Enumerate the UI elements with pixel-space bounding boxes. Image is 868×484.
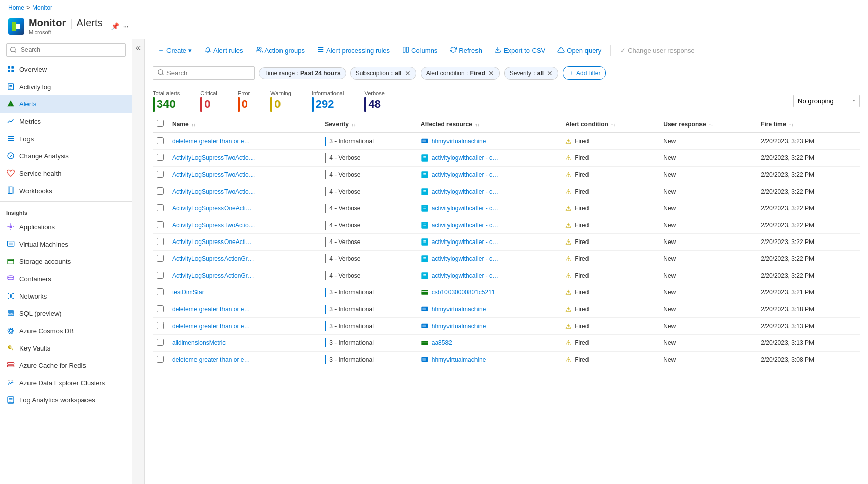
sidebar-item-activity-log[interactable]: Activity log [0,78,132,95]
sidebar-item-workbooks[interactable]: Workbooks [0,182,132,199]
alert-name-link[interactable]: deleteme greater than or e… [172,138,250,145]
sidebar-item-storage-accounts[interactable]: Storage accounts [0,253,132,270]
alert-processing-rules-button[interactable]: Alert processing rules [312,44,395,58]
resource-link[interactable]: hhmyvirtualmachine [432,322,486,330]
user-response-value: New [663,154,676,162]
row-checkbox[interactable] [157,238,164,245]
resource-link[interactable]: activitylogwithcaller - c… [432,238,498,246]
resource-link[interactable]: activitylogwithcaller - c… [432,205,498,212]
create-button[interactable]: ＋ Create ▾ [153,43,197,58]
more-icon[interactable]: ··· [123,22,129,30]
resource-link[interactable]: csb10030000801c5211 [432,289,495,296]
severity-filter[interactable]: Severity : all ✕ [504,67,558,80]
search-filter[interactable] [153,66,255,80]
resource-link[interactable]: activitylogwithcaller - c… [432,171,498,178]
warning-icon: ⚠ [565,255,572,263]
row-checkbox[interactable] [157,204,164,211]
pin-icon[interactable]: 📌 [111,22,119,30]
row-checkbox[interactable] [157,305,164,312]
sidebar-item-metrics[interactable]: Metrics [0,113,132,130]
col-condition[interactable]: Alert condition ↑↓ [561,116,659,133]
row-checkbox[interactable] [157,356,164,363]
sidebar-item-key-vaults[interactable]: Key Vaults [0,339,132,357]
sidebar-item-sql[interactable]: SQL SQL (preview) [0,305,132,322]
add-filter-button[interactable]: ＋ Add filter [563,66,606,80]
col-resource[interactable]: Affected resource ↑↓ [416,116,561,133]
svg-rect-51 [422,140,426,142]
sidebar-item-networks[interactable]: Networks [0,287,132,305]
resource-link[interactable]: hhmyvirtualmachine [432,306,486,313]
action-groups-button[interactable]: Action groups [250,44,311,58]
alert-name-link[interactable]: deleteme greater than or e… [172,322,250,330]
resource-link[interactable]: activitylogwithcaller - c… [432,154,498,162]
sidebar-item-alerts[interactable]: ! Alerts [0,95,132,113]
alert-name-link[interactable]: ActivityLogSupressActionGr… [172,272,254,279]
subscription-filter-close[interactable]: ✕ [405,69,411,77]
alert-condition-filter[interactable]: Alert condition : Fired ✕ [421,67,500,80]
severity-label: 4 - Verbose [329,222,360,229]
sidebar-item-applications[interactable]: Applications [0,218,132,235]
sidebar-item-service-health[interactable]: Service health [0,165,132,182]
row-checkbox[interactable] [157,221,164,228]
alert-name-link[interactable]: ActivityLogSupressActionGr… [172,255,254,262]
select-all-header[interactable] [153,116,168,133]
sidebar-item-containers[interactable]: Containers [0,270,132,287]
alert-name-link[interactable]: alldimensionsMetric [172,339,226,346]
resource-link[interactable]: activitylogwithcaller - c… [432,255,498,262]
subscription-filter[interactable]: Subscription : all ✕ [350,67,416,80]
col-fire-time[interactable]: Fire time ↑↓ [757,116,860,133]
alert-condition-filter-close[interactable]: ✕ [488,69,494,77]
sidebar-item-data-explorer[interactable]: Azure Data Explorer Clusters [0,374,132,391]
resource-link[interactable]: activitylogwithcaller - c… [432,272,498,279]
row-checkbox[interactable] [157,322,164,329]
resource-link[interactable]: hhmyvirtualmachine [432,356,486,363]
severity-filter-close[interactable]: ✕ [547,69,553,77]
row-checkbox[interactable] [157,154,164,161]
col-user-response[interactable]: User response ↑↓ [659,116,757,133]
resource-link[interactable]: aa8582 [432,339,452,346]
breadcrumb-home[interactable]: Home [8,4,24,11]
sidebar-collapse-button[interactable]: « [132,39,145,484]
sidebar-item-logs[interactable]: Logs [0,130,132,147]
row-checkbox[interactable] [157,288,164,295]
col-severity[interactable]: Severity ↑↓ [321,116,416,133]
resource-link[interactable]: activitylogwithcaller - c… [432,188,498,195]
alert-name-link[interactable]: ActivityLogSupressTwoActio… [172,188,255,195]
row-checkbox[interactable] [157,171,164,178]
open-query-button[interactable]: Open query [552,44,606,58]
row-checkbox[interactable] [157,187,164,195]
resource-link[interactable]: activitylogwithcaller - c… [432,222,498,229]
alert-name-link[interactable]: ActivityLogSupressTwoActio… [172,154,255,162]
row-checkbox[interactable] [157,339,164,346]
sidebar-item-virtual-machines[interactable]: Virtual Machines [0,235,132,253]
col-name[interactable]: Name ↑↓ [168,116,321,133]
refresh-button[interactable]: Refresh [444,44,487,58]
sidebar-item-cosmos-db[interactable]: Azure Cosmos DB [0,322,132,339]
select-all-checkbox[interactable] [157,120,164,127]
alert-name-link[interactable]: deleteme greater than or e… [172,356,250,363]
alert-name-link[interactable]: ActivityLogSupressOneActi… [172,238,252,246]
row-checkbox[interactable] [157,137,164,144]
alert-name-link[interactable]: ActivityLogSupressTwoActio… [172,222,255,229]
sidebar-search-input[interactable] [6,43,126,57]
row-checkbox[interactable] [157,255,164,262]
sidebar-item-change-analysis[interactable]: Change Analysis [0,147,132,165]
resource-link[interactable]: hhmyvirtualmachine [432,138,486,145]
row-checkbox[interactable] [157,272,164,279]
alert-name-link[interactable]: testDimStar [172,289,204,296]
breadcrumb-monitor[interactable]: Monitor [32,4,52,11]
time-range-filter[interactable]: Time range : Past 24 hours [259,67,346,79]
alert-name-link[interactable]: ActivityLogSupressOneActi… [172,205,252,212]
alert-name-link[interactable]: deleteme greater than or e… [172,306,250,313]
sidebar-item-redis[interactable]: Azure Cache for Redis [0,357,132,374]
search-input[interactable] [166,69,243,77]
change-user-response-button[interactable]: ✓ Change user response [615,44,700,57]
alert-name-link[interactable]: ActivityLogSupressTwoActio… [172,171,255,178]
resource-icon [421,187,429,196]
columns-button[interactable]: Columns [397,44,442,58]
sidebar-item-overview[interactable]: Overview [0,61,132,78]
sidebar-item-log-analytics[interactable]: Log Analytics workspaces [0,391,132,409]
alert-rules-button[interactable]: Alert rules [199,44,248,58]
grouping-select[interactable]: No grouping Resource group Resource type… [793,95,860,107]
export-csv-button[interactable]: Export to CSV [489,44,550,58]
